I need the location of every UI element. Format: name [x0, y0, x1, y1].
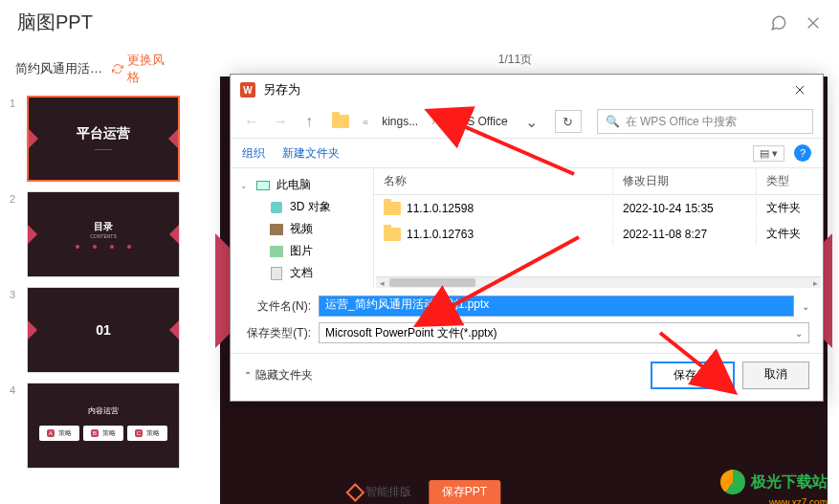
- watermark-url: www.xz7.com: [769, 497, 828, 504]
- smart-layout-button[interactable]: 智能排版: [339, 481, 421, 503]
- column-name[interactable]: 名称: [374, 168, 613, 194]
- nav-forward-button[interactable]: →: [269, 110, 292, 133]
- feedback-icon[interactable]: [770, 14, 787, 32]
- thumb-row-3[interactable]: 3 01: [10, 287, 182, 373]
- nav-back-button[interactable]: ←: [240, 110, 263, 133]
- breadcrumb-item[interactable]: kings...: [376, 113, 424, 130]
- cancel-button[interactable]: 取消: [742, 362, 809, 389]
- file-row[interactable]: 11.1.0.12598 2022-10-24 15:35 文件夹: [374, 195, 823, 221]
- breadcrumb-dropdown[interactable]: ⌄: [519, 113, 543, 131]
- nav-up-button[interactable]: ↑: [298, 110, 320, 133]
- breadcrumb-root[interactable]: [326, 113, 355, 130]
- tree-pictures[interactable]: 图片: [234, 240, 369, 262]
- filename-input[interactable]: 运营_简约风通用活动策划1.pptx: [319, 296, 794, 317]
- slide-thumbnail[interactable]: 平台运营 ———: [27, 96, 180, 182]
- change-style-button[interactable]: 更换风格: [112, 52, 176, 86]
- dialog-nav: ← → ↑ « kings... › WPS Office ⌄ ↻ 🔍 在 WP…: [231, 105, 823, 138]
- slide-thumbnail[interactable]: 01: [27, 287, 180, 373]
- search-icon: 🔍: [606, 115, 620, 128]
- save-button[interactable]: 保存(S): [651, 362, 735, 389]
- page-counter: 1/11页: [191, 48, 839, 72]
- file-list: 名称 修改日期 类型 11.1.0.12598 2022-10-24 15:35…: [374, 168, 823, 288]
- app-header: 脑图PPT: [0, 0, 839, 49]
- tree-videos[interactable]: 视频: [234, 218, 369, 240]
- tree-documents[interactable]: 文档: [234, 262, 369, 284]
- save-ppt-button[interactable]: 保存PPT: [429, 480, 500, 504]
- breadcrumb-item[interactable]: WPS Office: [443, 113, 514, 130]
- dialog-close-button[interactable]: [786, 80, 813, 99]
- slide-thumbnail[interactable]: 内容运营 AA 策略策略 B策略 C策略: [27, 383, 180, 469]
- filetype-select[interactable]: Microsoft PowerPoint 文件(*.pptx) ⌄: [319, 322, 809, 343]
- file-list-header: 名称 修改日期 类型: [374, 168, 823, 195]
- thumbnail-sidebar: 简约风通用活动... 更换风格 1 平台运营 ——— 2 目录 CONTENTS: [0, 48, 191, 478]
- horizontal-scrollbar[interactable]: ◂▸: [376, 276, 821, 288]
- filename-dropdown[interactable]: ⌄: [802, 301, 809, 312]
- help-button[interactable]: ?: [794, 144, 811, 162]
- organize-button[interactable]: 组织: [242, 145, 265, 162]
- slide-thumbnail[interactable]: 目录 CONTENTS: [27, 191, 180, 277]
- refresh-button[interactable]: ↻: [555, 110, 582, 133]
- filename-label: 文件名(N):: [244, 298, 311, 315]
- folder-icon: [384, 228, 401, 241]
- tree-this-pc[interactable]: ⌄此电脑: [234, 174, 369, 196]
- column-date[interactable]: 修改日期: [613, 168, 757, 194]
- search-input[interactable]: 🔍 在 WPS Office 中搜索: [597, 109, 813, 134]
- document-title: 简约风通用活动...: [15, 60, 112, 77]
- folder-tree: ⌄此电脑 3D 对象 视频 图片 文档: [231, 168, 374, 288]
- filetype-label: 保存类型(T):: [244, 325, 311, 341]
- thumb-row-1[interactable]: 1 平台运营 ———: [10, 96, 182, 182]
- dialog-titlebar: W 另存为: [231, 75, 823, 105]
- close-icon[interactable]: [805, 14, 822, 32]
- dialog-toolbar: 组织 新建文件夹 ▤ ▾ ?: [231, 138, 823, 168]
- file-row[interactable]: 11.1.0.12763 2022-11-08 8:27 文件夹: [374, 221, 823, 247]
- watermark-logo-icon: [720, 470, 745, 494]
- save-as-dialog: W 另存为 ← → ↑ « kings... › WPS Office ⌄ ↻ …: [230, 74, 824, 402]
- column-type[interactable]: 类型: [757, 168, 823, 194]
- folder-icon: [384, 202, 401, 215]
- dialog-title: 另存为: [263, 81, 300, 99]
- tree-3d-objects[interactable]: 3D 对象: [234, 196, 369, 218]
- diamond-icon: [345, 483, 364, 502]
- app-title: 脑图PPT: [17, 10, 93, 35]
- view-mode-button[interactable]: ▤ ▾: [753, 145, 784, 162]
- bottom-toolbar: 智能排版 保存PPT: [339, 480, 500, 504]
- wps-logo-icon: W: [240, 82, 255, 98]
- thumb-row-2[interactable]: 2 目录 CONTENTS: [10, 191, 182, 277]
- thumb-row-4[interactable]: 4 内容运营 AA 策略策略 B策略 C策略: [10, 383, 182, 469]
- new-folder-button[interactable]: 新建文件夹: [282, 145, 340, 162]
- watermark: 极光下载站: [720, 470, 828, 494]
- hide-folders-toggle[interactable]: ⌃ 隐藏文件夹: [244, 367, 313, 383]
